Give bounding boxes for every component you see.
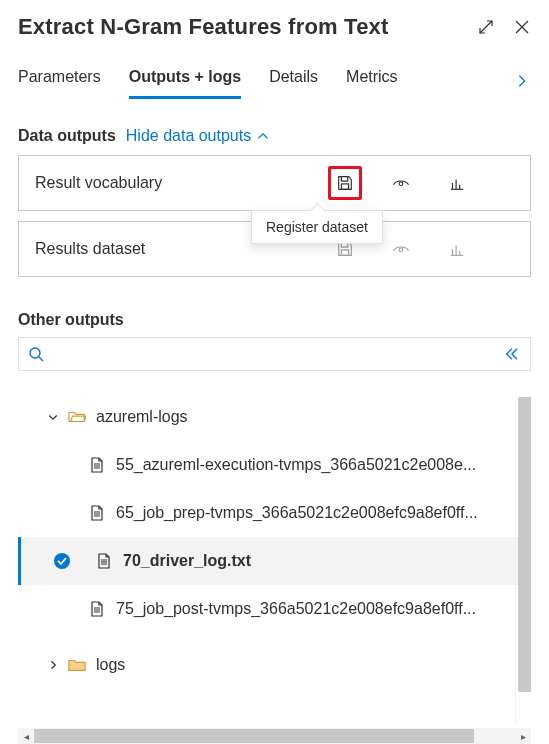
svg-point-1: [399, 182, 403, 186]
bar-chart-icon: [448, 174, 466, 192]
hide-data-outputs-link[interactable]: Hide data outputs: [126, 127, 269, 145]
scrollbar-thumb[interactable]: [518, 397, 531, 692]
svg-rect-0: [341, 184, 348, 189]
svg-point-4: [30, 348, 40, 358]
tab-bar: Parameters Outputs + logs Details Metric…: [18, 48, 531, 99]
svg-rect-2: [341, 250, 348, 255]
hide-link-label: Hide data outputs: [126, 127, 251, 145]
tab-details[interactable]: Details: [269, 62, 318, 99]
data-outputs-heading: Data outputs: [18, 127, 116, 145]
folder-open-icon: [68, 408, 86, 426]
file-icon: [88, 600, 106, 618]
file-name: 70_driver_log.txt: [123, 552, 251, 570]
eye-icon: [391, 173, 411, 193]
file-name: 55_azureml-execution-tvmps_366a5021c2e00…: [116, 456, 476, 474]
chevron-up-icon: [257, 130, 269, 142]
tree-file-row[interactable]: 75_job_post-tvmps_366a5021c2e008efc9a8ef…: [18, 585, 531, 633]
tab-metrics[interactable]: Metrics: [346, 62, 398, 99]
preview-button[interactable]: [384, 166, 418, 200]
folder-icon: [68, 656, 86, 674]
tree-file-row[interactable]: 65_job_prep-tvmps_366a5021c2e008efc9a8ef…: [18, 489, 531, 537]
file-icon: [95, 552, 113, 570]
svg-point-5: [54, 553, 70, 569]
tree-file-row[interactable]: 55_azureml-execution-tvmps_366a5021c2e00…: [18, 441, 531, 489]
other-outputs-heading: Other outputs: [18, 311, 531, 329]
scroll-right-icon[interactable]: ▸: [515, 728, 531, 744]
file-tree: azureml-logs 55_azureml-execution-tvmps_…: [18, 393, 531, 744]
selected-check-icon: [53, 552, 71, 570]
preview-button[interactable]: [384, 232, 418, 266]
file-name: 65_job_prep-tvmps_366a5021c2e008efc9a8ef…: [116, 504, 478, 522]
folder-name: azureml-logs: [96, 408, 188, 426]
tree-file-row[interactable]: 70_driver_log.txt: [18, 537, 531, 585]
collapse-all-icon[interactable]: [500, 343, 522, 365]
visualize-button[interactable]: [440, 166, 474, 200]
search-bar: [18, 337, 531, 371]
tab-outputs-logs[interactable]: Outputs + logs: [129, 62, 241, 99]
bar-chart-icon: [448, 240, 466, 258]
eye-icon: [391, 239, 411, 259]
page-title: Extract N-Gram Features from Text: [18, 14, 477, 40]
chevron-right-icon[interactable]: [44, 659, 62, 671]
tabs-overflow-icon[interactable]: [513, 72, 531, 90]
register-dataset-button[interactable]: [328, 166, 362, 200]
card-label: Result vocabulary: [35, 174, 245, 192]
visualize-button[interactable]: [440, 232, 474, 266]
scrollbar-thumb[interactable]: [34, 729, 474, 743]
close-icon[interactable]: [513, 18, 531, 36]
folder-name: logs: [96, 656, 125, 674]
file-name: 75_job_post-tvmps_366a5021c2e008efc9a8ef…: [116, 600, 476, 618]
chevron-down-icon[interactable]: [44, 411, 62, 423]
search-icon[interactable]: [27, 345, 45, 363]
card-label: Results dataset: [35, 240, 245, 258]
search-input[interactable]: [51, 345, 494, 363]
horizontal-scrollbar[interactable]: ◂ ▸: [18, 728, 531, 744]
vertical-scrollbar[interactable]: [515, 395, 531, 724]
tab-parameters[interactable]: Parameters: [18, 62, 101, 99]
tree-folder-row[interactable]: azureml-logs: [18, 393, 531, 441]
file-icon: [88, 504, 106, 522]
tree-folder-row[interactable]: logs: [18, 641, 531, 689]
scroll-left-icon[interactable]: ◂: [18, 728, 34, 744]
expand-icon[interactable]: [477, 18, 495, 36]
tooltip: Register dataset: [251, 210, 383, 244]
file-icon: [88, 456, 106, 474]
save-icon: [336, 174, 354, 192]
svg-point-3: [399, 248, 403, 252]
data-output-card: Result vocabulary: [18, 155, 531, 211]
